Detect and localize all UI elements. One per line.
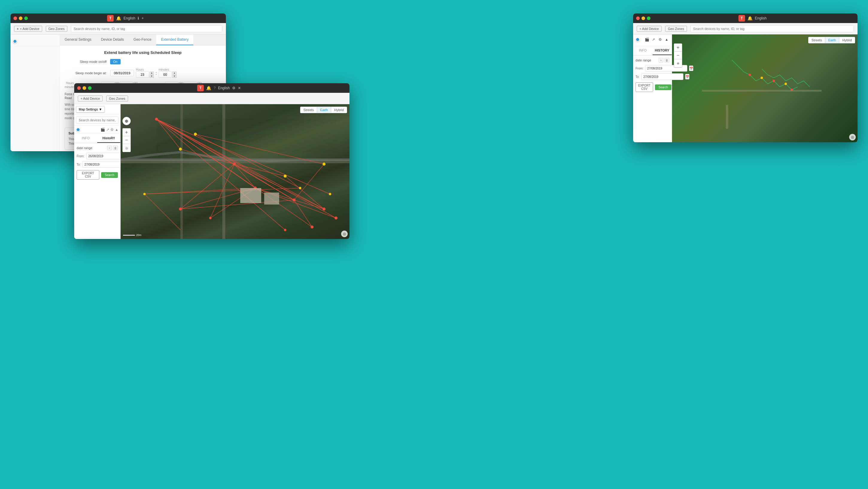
export-csv-button-2[interactable]: EXPORT CSV bbox=[636, 82, 653, 92]
minimize-button-2[interactable] bbox=[642, 17, 645, 20]
video-icon[interactable]: 🎬 bbox=[644, 37, 650, 42]
scale-bar-3: 20m bbox=[123, 234, 142, 236]
minutes-down[interactable]: ▼ bbox=[172, 75, 177, 78]
device-search-input-2[interactable] bbox=[690, 25, 854, 32]
tab-extended-battery[interactable]: Extended Battery bbox=[156, 34, 193, 45]
maximize-button-3[interactable] bbox=[88, 86, 92, 90]
sleep-begin-hours[interactable] bbox=[136, 71, 149, 78]
device-item-3[interactable]: 🎬 ↗ ⚙ ▲ bbox=[74, 126, 120, 134]
bell-icon-2[interactable]: 🔔 bbox=[747, 16, 752, 21]
titlebar-map-top: T 🔔 English bbox=[633, 13, 858, 23]
streets-btn-2[interactable]: Streets bbox=[808, 37, 825, 43]
geo-zones-button[interactable]: Geo Zones bbox=[46, 26, 67, 32]
tab-device-details[interactable]: Device Details bbox=[96, 34, 129, 45]
to-date-input-2[interactable] bbox=[641, 74, 683, 80]
device-search-input-3[interactable] bbox=[76, 116, 119, 124]
close-button[interactable] bbox=[13, 17, 17, 20]
tab-history-3[interactable]: HistoRY bbox=[97, 134, 120, 143]
language-selector-3[interactable]: English bbox=[218, 86, 230, 90]
share-icon-3[interactable]: ↗ bbox=[106, 127, 109, 132]
settings-icon[interactable]: ⚙ bbox=[657, 37, 663, 42]
tab-history-2[interactable]: HISTORY bbox=[653, 46, 672, 55]
zoom-out-2[interactable]: − bbox=[674, 52, 682, 59]
sleep-begin-inputs: Hours ▲ ▼ : minutes bbox=[110, 68, 177, 78]
geo-zones-button-2[interactable]: Geo Zones bbox=[665, 26, 687, 32]
svg-line-11 bbox=[156, 119, 234, 164]
hours-down[interactable]: ▼ bbox=[150, 75, 154, 78]
minutes-up[interactable]: ▲ bbox=[172, 71, 177, 75]
svg-point-1 bbox=[773, 80, 775, 82]
tab-geo-fence[interactable]: Geo-Fence bbox=[129, 34, 156, 45]
zoom-reset-2[interactable]: ⊕ bbox=[674, 59, 682, 67]
add-date-icon-3[interactable]: + bbox=[107, 146, 112, 150]
export-csv-button-3[interactable]: EXPORT CSV bbox=[76, 170, 99, 180]
video-icon-3[interactable]: 🎬 bbox=[100, 127, 105, 132]
earth-btn-2[interactable]: Earth bbox=[825, 37, 839, 43]
device-search-input[interactable] bbox=[71, 25, 222, 32]
from-calendar-icon-2[interactable]: 📅 bbox=[689, 65, 693, 71]
add-date-icon[interactable]: + bbox=[658, 58, 663, 63]
to-label-3: To: bbox=[76, 163, 81, 166]
zoom-controls-2: + − ⊕ bbox=[674, 44, 682, 67]
sleep-begin-date[interactable] bbox=[110, 70, 134, 76]
info-history-tabs-3: INFO HistoRY bbox=[74, 134, 120, 143]
zoom-in-2[interactable]: + bbox=[674, 44, 682, 52]
device-item[interactable] bbox=[10, 37, 60, 46]
to-calendar-icon-2[interactable]: 📅 bbox=[685, 74, 689, 79]
map-view-3[interactable]: Streets Earth Hybrid ⊕ + − ◎ bbox=[121, 104, 349, 239]
close-icon-3[interactable]: ✕ bbox=[238, 86, 241, 90]
map-settings-button[interactable]: Map Settings ▼ bbox=[76, 106, 105, 113]
maximize-button-2[interactable] bbox=[647, 17, 650, 20]
close-button-2[interactable] bbox=[636, 17, 640, 20]
location-button-3[interactable]: ⊕ bbox=[122, 117, 131, 125]
tab-info-2[interactable]: INFO bbox=[633, 46, 653, 55]
search-button-3[interactable]: Search bbox=[101, 172, 118, 178]
svg-rect-5 bbox=[726, 105, 728, 129]
zoom-in-3[interactable]: + bbox=[123, 128, 130, 136]
action-buttons-3: EXPORT CSV Search bbox=[76, 170, 118, 180]
search-button-2[interactable]: Search bbox=[655, 84, 672, 90]
help-icon[interactable]: ℹ bbox=[137, 16, 139, 20]
svg-line-12 bbox=[156, 119, 255, 188]
tab-general-settings[interactable]: General Settings bbox=[60, 34, 96, 45]
bell-icon[interactable]: 🔔 bbox=[116, 16, 121, 21]
close-button-3[interactable] bbox=[77, 86, 81, 90]
help-icon-3[interactable]: ? bbox=[214, 86, 216, 90]
minimize-button-3[interactable] bbox=[83, 86, 86, 90]
titlebar-nav-2: T 🔔 English bbox=[650, 15, 855, 22]
bell-icon-3[interactable]: 🔔 bbox=[206, 86, 211, 90]
tab-info-3[interactable]: INFO bbox=[74, 134, 97, 143]
action-buttons-2: EXPORT CSV Search bbox=[636, 82, 669, 92]
add-icon[interactable]: + bbox=[142, 16, 144, 20]
zoom-out-3[interactable]: − bbox=[123, 136, 130, 144]
settings-icon-3[interactable]: ⚙ bbox=[232, 86, 236, 90]
streets-btn-3[interactable]: Streets bbox=[301, 107, 317, 113]
hybrid-btn-2[interactable]: Hybrid bbox=[839, 37, 855, 43]
delete-date-icon[interactable]: 🗑 bbox=[664, 58, 669, 63]
time-separator: : bbox=[156, 71, 157, 76]
maximize-button[interactable] bbox=[24, 17, 28, 20]
svg-line-34 bbox=[285, 176, 324, 209]
expand-icon-3[interactable]: ▲ bbox=[115, 127, 119, 132]
hours-up[interactable]: ▲ bbox=[150, 71, 154, 75]
geo-zones-button-3[interactable]: Geo Zones bbox=[106, 95, 128, 102]
language-selector[interactable]: English bbox=[124, 16, 135, 20]
add-device-button[interactable]: + + Add Device bbox=[14, 26, 42, 32]
settings-icon-device-3[interactable]: ⚙ bbox=[111, 127, 114, 132]
share-icon[interactable]: ↗ bbox=[651, 37, 656, 42]
add-device-button-2[interactable]: + Add Device bbox=[637, 26, 661, 32]
add-device-button-3[interactable]: + Add Device bbox=[78, 95, 103, 102]
window-controls bbox=[13, 17, 28, 20]
expand-icon[interactable]: ▲ bbox=[664, 37, 669, 42]
hybrid-btn-3[interactable]: Hybrid bbox=[331, 107, 347, 113]
earth-btn-3[interactable]: Earth bbox=[317, 107, 331, 113]
language-selector-2[interactable]: English bbox=[755, 16, 767, 20]
delete-date-icon-3[interactable]: 🗑 bbox=[113, 146, 118, 150]
zoom-compass-3[interactable]: ◎ bbox=[123, 144, 130, 152]
to-date-input-3[interactable] bbox=[82, 161, 124, 168]
svg-point-49 bbox=[209, 217, 212, 219]
minimize-button[interactable] bbox=[19, 17, 23, 20]
sleep-begin-minutes[interactable] bbox=[159, 71, 172, 78]
device-icons-row: 🎬 ↗ ⚙ ▲ bbox=[636, 37, 669, 42]
sleep-mode-toggle[interactable]: On bbox=[110, 59, 121, 64]
